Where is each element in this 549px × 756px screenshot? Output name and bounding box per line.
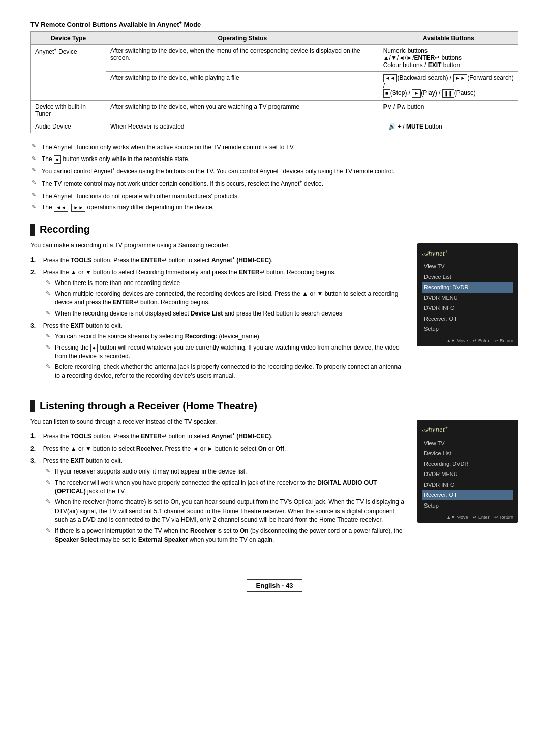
footer-move: ▲▼ Move [446, 338, 468, 343]
page-footer: English - 43 [30, 575, 518, 596]
menu-item-view-tv: View TV [422, 261, 513, 272]
listen-step-3: 3. Press the EXIT button to exit. If you… [30, 456, 407, 544]
listen-step-3-notes: If your receiver supports audio only, it… [45, 467, 407, 544]
status-anynet-menu: After switching to the device, when the … [106, 45, 379, 72]
step-note: Before recording, check whether the ante… [45, 363, 407, 381]
table-row: Audio Device When Receiver is activated … [31, 120, 518, 133]
step-note: Pressing the ● button will record whatev… [45, 343, 407, 361]
status-audio: When Receiver is activated [106, 120, 379, 133]
recording-menu: View TV Device List Recording: DVDR DVDR… [422, 261, 513, 334]
listening-tv-screen: 𝒜nynet+ View TV Device List Recording: D… [417, 420, 518, 523]
tv-screen-title-recording: 𝒜nynet+ [422, 248, 513, 258]
footer-label: English - 43 [247, 579, 303, 592]
status-anynet-file: After switching to the device, while pla… [106, 72, 379, 101]
device-tuner: Device with built-in Tuner [31, 101, 106, 120]
listen-menu-setup: Setup [422, 500, 513, 511]
listening-steps: 1. Press the TOOLS button. Press the ENT… [30, 431, 407, 544]
step-num-3: 3. [30, 321, 36, 330]
tv-screen-title-listening: 𝒜nynet+ [422, 425, 513, 434]
menu-item-device-list: Device List [422, 272, 513, 282]
recording-text-col: You can make a recording of a TV program… [30, 241, 407, 386]
listen-note: When the receiver (home theatre) is set … [45, 498, 407, 524]
note-item: The ◄◄, ►► operations may differ dependi… [30, 203, 518, 212]
listen-step-2: 2. Press the ▲ or ▼ button to select Rec… [30, 444, 407, 453]
menu-item-dvdr-info: DVDR INFO [422, 303, 513, 313]
device-audio: Audio Device [31, 120, 106, 133]
step-3-notes: You can record the source streams by sel… [45, 332, 407, 381]
menu-item-dvdr-menu: DVDR MENU [422, 293, 513, 303]
listen-step-num-1: 1. [30, 431, 36, 440]
buttons-audio: – 🔊 + / MUTE button [379, 120, 518, 133]
menu-item-receiver-off: Receiver: Off [422, 313, 513, 324]
table-section: TV Remote Control Buttons Available in A… [30, 20, 518, 133]
table-row: Device with built-in Tuner After switchi… [31, 101, 518, 120]
col-header-buttons: Available Buttons [379, 32, 518, 45]
listening-title: Listening through a Receiver (Home Theat… [40, 400, 257, 412]
listen-menu-dvdr-menu: DVDR MENU [422, 469, 513, 480]
listen-note: The receiver will work when you have pro… [45, 479, 407, 496]
footer-move-2: ▲▼ Move [446, 515, 468, 520]
listening-content-row: You can listen to sound through a receiv… [30, 417, 518, 549]
step-note: When there is more than one recording de… [45, 279, 407, 288]
listen-menu-dvdr-info: DVDR INFO [422, 480, 513, 490]
listening-text-col: You can listen to sound through a receiv… [30, 417, 407, 549]
footer-return-2: ↩ Return [494, 515, 513, 520]
table-title: TV Remote Control Buttons Available in A… [30, 20, 518, 28]
listening-intro: You can listen to sound through a receiv… [30, 417, 407, 426]
step-num-2: 2. [30, 268, 36, 277]
recording-content-row: You can make a recording of a TV program… [30, 241, 518, 386]
step-note: When the recording device is not display… [45, 309, 407, 318]
listen-step-1: 1. Press the TOOLS button. Press the ENT… [30, 431, 407, 441]
col-header-status: Operating Status [106, 32, 379, 45]
note-item: The ● button works only while in the rec… [30, 155, 518, 164]
footer-enter-2: ↵ Enter [473, 515, 489, 520]
listen-note: If there is a power interruption to the … [45, 527, 407, 545]
listening-menu: View TV Device List Recording: DVDR DVDR… [422, 438, 513, 511]
step-num-1: 1. [30, 255, 36, 264]
tv-footer-recording: ▲▼ Move ↵ Enter ↩ Return [422, 338, 513, 343]
device-anynet: Anynet+ Device [31, 45, 106, 101]
buttons-anynet-menu: Numeric buttons ▲/▼/◄/►/ENTER↵ buttons C… [379, 45, 518, 72]
recording-tv-screen: 𝒜nynet+ View TV Device List Recording: D… [417, 243, 518, 346]
col-header-device: Device Type [31, 32, 106, 45]
note-item: You cannot control Anynet+ devices using… [30, 166, 518, 176]
table-row: Anynet+ Device After switching to the de… [31, 45, 518, 72]
step-note: You can record the source streams by sel… [45, 332, 407, 341]
step-1: 1. Press the TOOLS button. Press the ENT… [30, 255, 407, 265]
recording-section: Recording You can make a recording of a … [30, 224, 518, 386]
notes-list-1: The Anynet+ function only works when the… [30, 142, 518, 212]
note-item: The TV remote control may not work under… [30, 179, 518, 188]
recording-heading: Recording [30, 224, 518, 236]
footer-enter: ↵ Enter [473, 338, 489, 343]
listening-heading: Listening through a Receiver (Home Theat… [30, 400, 518, 412]
heading-bar [30, 224, 35, 236]
heading-bar-2 [30, 400, 35, 412]
listen-menu-recording-dvdr: Recording: DVDR [422, 459, 513, 469]
step-note: When multiple recording devices are conn… [45, 290, 407, 307]
note-item: The Anynet+ function only works when the… [30, 142, 518, 152]
listen-step-num-2: 2. [30, 444, 36, 453]
recording-title: Recording [40, 224, 90, 235]
remote-buttons-table: Device Type Operating Status Available B… [30, 32, 518, 133]
recording-intro: You can make a recording of a TV program… [30, 241, 407, 250]
listening-section: Listening through a Receiver (Home Theat… [30, 400, 518, 549]
menu-item-recording-dvdr: Recording: DVDR [422, 282, 513, 293]
step-2: 2. Press the ▲ or ▼ button to select Rec… [30, 268, 407, 319]
listen-menu-device-list: Device List [422, 448, 513, 459]
recording-steps: 1. Press the TOOLS button. Press the ENT… [30, 255, 407, 381]
buttons-tuner: P∨ / P∧ button [379, 101, 518, 120]
listen-note: If your receiver supports audio only, it… [45, 467, 407, 476]
tv-footer-listening: ▲▼ Move ↵ Enter ↩ Return [422, 515, 513, 520]
buttons-anynet-file: ◄◄(Backward search) / ►►(Forward search)… [379, 72, 518, 101]
note-item: The Anynet+ functions do not operate wit… [30, 191, 518, 201]
listen-menu-view-tv: View TV [422, 438, 513, 449]
step-2-notes: When there is more than one recording de… [45, 279, 407, 319]
listen-menu-receiver-off: Receiver: Off [422, 490, 513, 500]
listen-step-num-3: 3. [30, 456, 36, 465]
footer-return: ↩ Return [494, 338, 513, 343]
status-tuner: After switching to the device, when you … [106, 101, 379, 120]
menu-item-setup: Setup [422, 324, 513, 334]
step-3: 3. Press the EXIT button to exit. You ca… [30, 321, 407, 381]
